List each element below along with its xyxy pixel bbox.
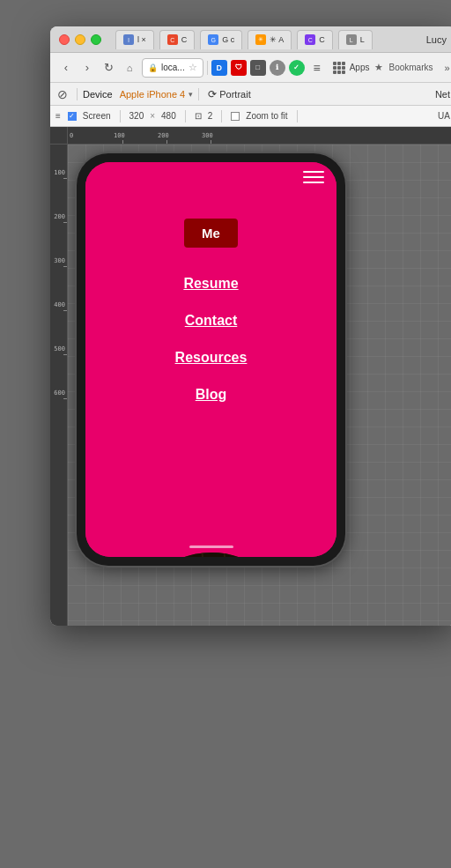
ruler-top: 0 100 200 300 [68,127,451,145]
ruler-corner-box [50,127,68,145]
navigation-bar: ‹ › ↻ ⌂ 🔒 loca... ☆ D 🛡 □ ℹ ✓ ≡ Apps [50,53,451,83]
dpr-value: 2 [208,111,213,121]
resources-link[interactable]: Resources [175,350,248,366]
tab-label: G c [222,35,234,44]
height-value[interactable]: 480 [161,111,176,121]
ext-icon-check[interactable]: ✓ [289,60,305,76]
svg-rect-3 [128,553,295,557]
devtools-device-bar: ⊘ Device Apple iPhone 4 ▾ ⟳ Portrait Net [50,83,451,106]
rotate-icon: ⟳ [208,88,217,100]
tab-label: l × [137,35,146,44]
ruler-corner: 100 200 300 400 500 600 [50,127,68,626]
responsive-bar: ≡ ✓ Screen 320 × 480 ⊡ 2 Zoom to fit UA [50,106,451,127]
tab[interactable]: G G c [200,30,242,49]
bookmark-star2-icon: ★ [374,62,383,73]
devtools-separator2 [198,88,199,100]
tab[interactable]: C C [297,30,333,49]
url-text: loca... [161,63,185,72]
devtools-side-icon[interactable]: ≡ [55,111,61,121]
devtools-separator3 [120,110,121,122]
apps-label: Apps [350,63,370,72]
resources-label: Resources [175,350,248,365]
browser-user-name: Lucy [426,34,447,45]
profile-photo [123,469,299,557]
content-column: 0 100 200 300 [68,127,451,626]
svg-point-2 [128,504,295,557]
blog-label: Blog [196,387,227,402]
zoom-checkbox[interactable] [231,112,240,121]
tab-label: C [181,35,188,44]
screen-checkbox[interactable]: ✓ [68,112,77,121]
bookmarks-label: Bookmarks [388,63,433,72]
devtools-separator4 [185,110,186,122]
tab[interactable]: C C [159,30,196,49]
ext-icon-menu[interactable]: ≡ [308,59,326,77]
bookmark-star-icon[interactable]: ☆ [189,62,197,73]
width-number: 320 [129,111,144,121]
height-number: 480 [161,111,176,121]
svg-line-7 [220,469,225,557]
traffic-light-green[interactable] [91,34,101,45]
forward-button[interactable]: › [78,59,96,77]
contact-link[interactable]: Contact [185,313,238,329]
reload-button[interactable]: ↻ [100,59,117,77]
zoom-label: Zoom to fit [246,111,287,121]
hamburger-line-1 [303,171,324,173]
svg-line-5 [167,469,181,557]
device-name-text: Apple iPhone 4 [120,89,186,100]
width-value[interactable]: 320 [129,111,144,121]
address-bar[interactable]: 🔒 loca... ☆ [142,58,203,78]
svg-line-4 [141,469,159,557]
browser-window: l l × C C G G c ✳ ✳ A C C L L Lucy ‹ › ↻ [50,26,451,626]
me-button[interactable]: Me [184,219,238,248]
hamburger-line-2 [303,176,324,178]
svg-line-6 [194,469,203,557]
tab[interactable]: ✳ ✳ A [248,30,292,49]
devtools-toggle-icon[interactable]: ⊘ [55,87,70,101]
device-screen: Me Resume Contact Resources [85,162,336,557]
tab-label: L [360,35,365,44]
tab[interactable]: L L [338,30,373,49]
device-chevron-icon: ▾ [189,90,193,99]
home-button[interactable]: ⌂ [121,59,138,77]
resume-label: Resume [183,276,238,291]
viewport-area: 100 200 300 400 500 600 0 100 200 [50,127,451,626]
svg-line-8 [247,469,251,557]
hamburger-line-3 [303,182,324,183]
apps-button[interactable]: Apps [333,62,370,74]
ua-label: UA [438,111,450,121]
device-selector[interactable]: Apple iPhone 4 ▾ [120,89,194,100]
me-label: Me [202,226,220,241]
ext-icon-info[interactable]: ℹ [270,60,285,76]
back-button[interactable]: ‹ [57,59,75,77]
tab-label: ✳ A [270,35,284,44]
size-x-label: × [150,111,155,121]
ruler-left: 100 200 300 400 500 600 [50,145,68,626]
hamburger-button[interactable] [303,171,324,187]
tab-label: C [319,35,325,44]
title-bar: l l × C C G G c ✳ ✳ A C C L L Lucy [50,26,451,53]
device-label: Device [83,89,113,100]
screen-label: Screen [83,111,111,121]
ext-icon-shield[interactable]: 🛡 [231,60,247,76]
dpr-icon[interactable]: ⊡ [195,111,202,121]
resume-link[interactable]: Resume [183,276,238,292]
traffic-light-red[interactable] [59,34,70,45]
devtools-separator5 [221,110,222,122]
devtools-separator6 [297,110,298,122]
phone-home-bar [189,545,233,548]
portrait-label: Portrait [219,89,250,100]
device-frame-area: Me Resume Contact Resources [68,145,451,626]
ext-icon-monitor[interactable]: □ [250,60,266,76]
contact-label: Contact [185,313,238,328]
portrait-button[interactable]: ⟳ Portrait [208,88,250,100]
device-frame: Me Resume Contact Resources [77,153,345,566]
ext-icon-d[interactable]: D [211,60,227,76]
devtools-separator [77,88,78,100]
more-tabs-button[interactable]: » [439,59,452,77]
lock-icon: 🔒 [148,63,158,72]
blog-link[interactable]: Blog [196,387,227,403]
tab[interactable]: l l × [115,30,154,49]
svg-line-9 [269,469,273,557]
traffic-light-yellow[interactable] [75,34,85,45]
